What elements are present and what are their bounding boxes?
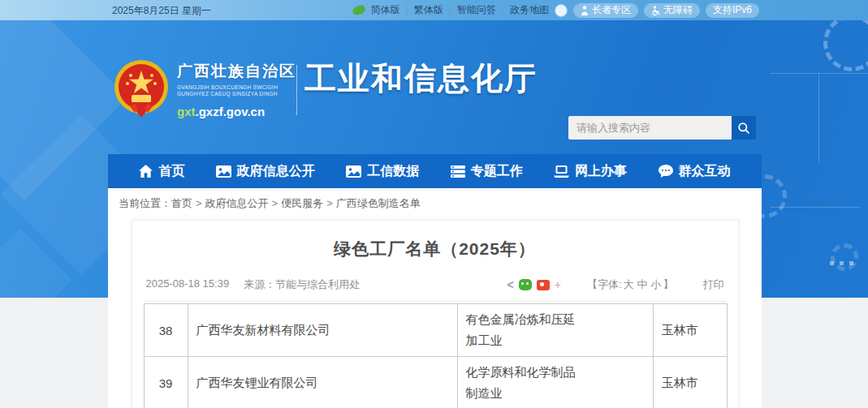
nav-item-industry-data[interactable]: 工信数据 [346, 163, 419, 180]
search-box [568, 116, 756, 140]
font-widget-suffix: 】 [663, 278, 674, 290]
search-input[interactable] [568, 116, 732, 140]
site-url[interactable]: gxt.gxzf.gov.cn [177, 105, 296, 118]
deco-circuit-line [771, 207, 860, 208]
elder-person-icon [581, 6, 589, 15]
gear-icon [823, 15, 868, 71]
article-title: 绿色工厂名单（2025年） [144, 238, 727, 260]
green-factory-table: 38 广西华友新材料有限公司 有色金属冶炼和压延 加工业 玉林市 39 广西华友… [144, 303, 728, 408]
nav-label: 群众互动 [679, 163, 731, 180]
department-title: 工业和信息化厅 [304, 57, 538, 101]
font-size-widget: 【字体:大中小】 [587, 277, 674, 292]
site-badge-icon[interactable] [555, 4, 568, 17]
nav-item-info-disclosure[interactable]: 政府信息公开 [216, 163, 315, 180]
nav-label: 工信数据 [367, 163, 419, 180]
share-icons: < + [507, 278, 561, 291]
picture-icon [216, 165, 231, 178]
breadcrumb-green-manufacturing-list[interactable]: 广西绿色制造名单 [336, 197, 421, 209]
site-name-block: 广西壮族自治区 GVANGJSIH BOUXCUENGH SWCIGIH GUN… [177, 61, 296, 118]
main-navigation: 首页 政府信息公开 工信数据 专题工作 网上办事 群众互动 [108, 154, 762, 188]
deco-circuit-line [818, 73, 819, 162]
breadcrumb-separator: > [196, 197, 202, 209]
zhuang-romanization: GVANGJSIH BOUXCUENGH SWCIGIH GUNGHYEZ CA… [177, 84, 296, 97]
stack-icon [451, 165, 465, 178]
breadcrumb-home[interactable]: 首页 [171, 197, 192, 209]
wheelchair-icon [651, 6, 660, 15]
ipv6-badge[interactable]: 支持IPv6 [706, 3, 759, 18]
site-url-suffix: .gxzf.gov.cn [196, 105, 266, 118]
accessibility-label: 无障碍 [663, 3, 693, 17]
divider: | [406, 5, 408, 16]
font-size-large[interactable]: 大 [624, 278, 634, 290]
header-divider [296, 65, 297, 115]
elder-zone-button[interactable]: 长者专区 [573, 3, 638, 18]
link-traditional-chinese[interactable]: 繁体版 [414, 3, 443, 17]
breadcrumb-separator: > [272, 197, 279, 209]
font-widget-prefix: 【字体: [587, 278, 622, 290]
article-meta: 2025-08-18 15:39 来源：节能与综合利用处 < + 【字体:大中小… [144, 277, 727, 302]
current-date: 2025年8月25日 星期一 [112, 4, 211, 18]
page-content: 当前位置：首页>政府信息公开>便民服务>广西绿色制造名单 绿色工厂名单（2025… [108, 188, 762, 408]
breadcrumb-info-disclosure[interactable]: 政府信息公开 [205, 197, 269, 209]
cell-company-name: 广西华友锂业有限公司 [188, 357, 457, 408]
ipv6-label: 支持IPv6 [713, 3, 752, 17]
font-size-medium[interactable]: 中 [637, 278, 648, 290]
article-meta-left: 2025-08-18 15:39 来源：节能与综合利用处 [146, 277, 361, 292]
more-share-icon[interactable]: + [555, 278, 561, 291]
nav-label: 专题工作 [471, 163, 523, 180]
breadcrumb-separator: > [326, 197, 333, 209]
breadcrumb: 当前位置：首页>政府信息公开>便民服务>广西绿色制造名单 [108, 188, 762, 217]
weibo-share-icon[interactable] [537, 280, 550, 290]
cell-industry: 化学原料和化学制品 制造业 [457, 357, 653, 408]
link-smart-qa[interactable]: 智能问答 [457, 3, 496, 17]
elder-zone-label: 长者专区 [592, 3, 631, 17]
zhuang-line2: GUNGHYEZ CAEUQ SINSIZYA DINGH [177, 91, 296, 97]
green-leaf-icon [351, 4, 365, 16]
gear-icon [831, 243, 858, 271]
cell-company-name: 广西华友新材料有限公司 [188, 304, 457, 357]
print-button[interactable]: 打印 [703, 277, 724, 292]
search-icon [737, 122, 750, 135]
home-icon [139, 165, 153, 178]
table-row: 39 广西华友锂业有限公司 化学原料和化学制品 制造业 玉林市 [144, 357, 727, 408]
nav-label: 网上办事 [575, 163, 627, 180]
nav-item-home[interactable]: 首页 [139, 163, 184, 180]
chat-icon [659, 165, 673, 178]
deco-circuit-line [771, 73, 868, 74]
breadcrumb-prefix: 当前位置： [119, 197, 171, 209]
divider: | [449, 5, 451, 16]
nav-item-public-interaction[interactable]: 群众互动 [659, 163, 731, 180]
nav-item-online-services[interactable]: 网上办事 [554, 163, 627, 180]
region-name: 广西壮族自治区 [177, 61, 296, 82]
article-source: 来源：节能与综合利用处 [244, 277, 360, 292]
publish-date: 2025-08-18 15:39 [146, 277, 230, 292]
cell-industry: 有色金属冶炼和压延 加工业 [457, 304, 653, 357]
zhuang-line1: GVANGJSIH BOUXCUENGH SWCIGIH [177, 84, 296, 91]
share-icon[interactable]: < [507, 278, 514, 291]
top-links: 简体版 | 繁体版 | 智能问答 | 政务地图 长者专区 无障碍 支持IPv6 [352, 0, 759, 20]
accessibility-button[interactable]: 无障碍 [644, 3, 700, 18]
nav-label: 首页 [158, 163, 184, 180]
cell-city: 玉林市 [653, 357, 727, 408]
nav-item-special-topics[interactable]: 专题工作 [451, 163, 523, 180]
wechat-share-icon[interactable] [519, 279, 532, 290]
cell-city: 玉林市 [653, 304, 727, 357]
divider: | [502, 5, 504, 16]
site-url-prefix: gxt [177, 105, 196, 118]
laptop-icon [554, 165, 569, 178]
table-row: 38 广西华友新材料有限公司 有色金属冶炼和压延 加工业 玉林市 [144, 304, 727, 357]
article-card: 绿色工厂名单（2025年） 2025-08-18 15:39 来源：节能与综合利… [132, 220, 739, 408]
cell-row-number: 38 [144, 304, 188, 357]
font-size-small[interactable]: 小 [651, 278, 662, 290]
site-header: 广西壮族自治区 GVANGJSIH BOUXCUENGH SWCIGIH GUN… [108, 20, 762, 154]
picture-icon [346, 165, 361, 178]
link-simplified-chinese[interactable]: 简体版 [371, 3, 400, 17]
nav-label: 政府信息公开 [237, 163, 315, 180]
search-button[interactable] [732, 116, 756, 140]
article-meta-right: < + 【字体:大中小】 打印 [507, 277, 724, 292]
top-utility-bar: 2025年8月25日 星期一 简体版 | 繁体版 | 智能问答 | 政务地图 长… [0, 0, 868, 20]
deco-dots [830, 261, 853, 265]
breadcrumb-convenience-services[interactable]: 便民服务 [281, 197, 323, 209]
cell-row-number: 39 [144, 357, 188, 408]
link-gov-map[interactable]: 政务地图 [510, 3, 549, 17]
